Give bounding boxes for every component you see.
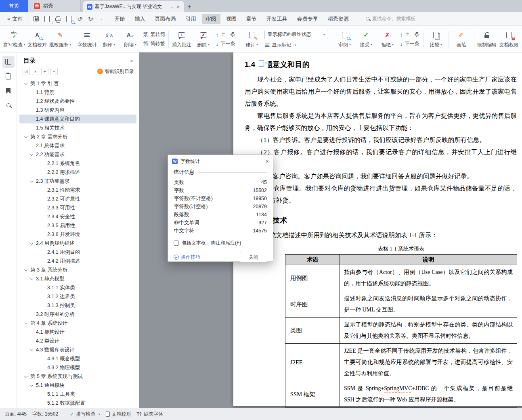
chevron-down-icon[interactable] <box>30 153 33 156</box>
toc-item[interactable]: 4.3.2 物理模型 <box>19 363 136 372</box>
include-textbox-checkbox[interactable]: 包括文本框、脚注和尾注(F) <box>174 240 267 247</box>
proofread-button[interactable]: A 文档校对 <box>27 27 48 51</box>
toc-item[interactable]: 2.3.1 性能需求 <box>19 186 136 194</box>
toc-item[interactable]: 2.3 非功能需求 <box>19 177 136 186</box>
toc-item[interactable]: 4.3 数据库表设计 <box>19 345 136 354</box>
page-tools-button[interactable]: ▾ <box>257 59 268 68</box>
compare-button[interactable]: 比较▾ <box>426 27 447 51</box>
toc-select-all-button[interactable]: ☑ <box>23 68 30 75</box>
docer-tab[interactable]: 禾 稻壳 <box>28 0 81 12</box>
tab-close-icon[interactable]: × <box>176 4 180 10</box>
toc-item[interactable]: 2.3.3 可用性 <box>19 203 136 212</box>
toc-item[interactable]: 1.5 相关技术 <box>19 123 136 132</box>
toc-item[interactable]: 3.1.2 边界类 <box>19 292 136 301</box>
menu-tab-插入[interactable]: 插入 <box>131 14 149 24</box>
chevron-down-icon[interactable] <box>24 374 27 378</box>
toc-item[interactable]: 2.1 总体需求 <box>19 141 136 150</box>
word-count-button[interactable]: 字数统计 <box>76 27 98 51</box>
menu-tab-页面布局[interactable]: 页面布局 <box>151 14 180 24</box>
toc-item[interactable]: 4.3.1 概念模型 <box>19 354 136 363</box>
track-changes-button[interactable]: ✎ 修订▾ <box>241 27 262 51</box>
show-markup-button[interactable]: 显示标记▾ <box>264 42 328 48</box>
brush-button[interactable]: ✐ 画笔 <box>451 27 472 51</box>
chevron-down-icon[interactable] <box>24 321 27 324</box>
menu-tab-视图[interactable]: 视图 <box>222 14 241 24</box>
menu-tab-开发工具[interactable]: 开发工具 <box>262 14 291 24</box>
toc-item[interactable]: 5.1 通用模块 <box>19 381 136 390</box>
export-button[interactable]: ↓ <box>42 14 52 24</box>
accept-button[interactable]: ✓ 接受▾ <box>356 27 377 51</box>
toc-item[interactable]: 3.2 时序图的分析 <box>19 310 136 319</box>
restrict-edit-button[interactable]: 限制编辑 <box>476 27 498 51</box>
toc-item[interactable]: 2.3.5 易用性 <box>19 221 136 230</box>
chevron-down-icon[interactable] <box>30 241 33 244</box>
file-menu-button[interactable]: ≡ 文件 <box>4 14 26 24</box>
document-tab[interactable]: W 基于JavaWE...与实现 毕业论文 ⌄ × <box>83 1 184 12</box>
toc-item[interactable]: 第 3 章 系统分析 <box>19 265 136 274</box>
nav-pane-button[interactable] <box>2 56 15 68</box>
toc-fold-button[interactable]: − <box>50 68 58 75</box>
toc-item[interactable]: 1.3 研究内容 <box>19 106 136 115</box>
review-button[interactable]: 审阅▾ <box>334 27 355 51</box>
chevron-down-icon[interactable] <box>30 277 33 280</box>
toc-item[interactable]: 2.2 功能需求 <box>19 150 136 159</box>
word-count-indicator[interactable]: 字数: 15502 <box>32 411 58 418</box>
undo-button[interactable]: ↺▾ <box>75 14 85 24</box>
toc-item[interactable]: 2.3.4 安全性 <box>19 212 136 221</box>
save-button[interactable] <box>31 14 41 24</box>
toc-item[interactable]: 第 1 章 引 言 <box>19 79 136 88</box>
command-search[interactable]: 查找命令、搜索模板 <box>363 14 419 24</box>
prev-change-button[interactable]: ↑上一条 <box>400 31 419 38</box>
customize-toolbar-button[interactable]: ⌄ <box>97 14 107 24</box>
chevron-down-icon[interactable] <box>24 81 27 85</box>
correction-service-button[interactable]: ✎ 批改服务▾ <box>48 27 72 51</box>
document-page[interactable]: 1.4 课题意义和目的 现今社会，家电已经成为了人们日常生活中不可或缺的一部分，… <box>233 52 522 406</box>
prev-comment-button[interactable]: ↑上一条 <box>216 31 235 38</box>
toc-item[interactable]: 第 2 章 需求分析 <box>19 132 136 141</box>
chevron-down-icon[interactable] <box>30 348 33 351</box>
toc-item[interactable]: 3.1 静态模型 <box>19 274 136 283</box>
toc-item[interactable]: 2.4.1 用例目的 <box>19 248 136 257</box>
missing-font-button[interactable]: T? 缺失字体 <box>137 411 163 418</box>
reject-button[interactable]: ✗ 拒绝▾ <box>377 27 398 51</box>
translate-button[interactable]: 文A 翻译▾ <box>98 27 119 51</box>
spellcheck-button[interactable]: abc✓ 拼写检查▾ <box>2 27 26 51</box>
markup-state-select[interactable]: 显示标记的最终状态▾ <box>264 30 328 39</box>
delete-comment-button[interactable]: ✗ 删除▾ <box>193 27 214 51</box>
chevron-down-icon[interactable] <box>24 135 27 138</box>
toc-item[interactable]: 5.1.1 工具类 <box>19 390 136 399</box>
toc-item[interactable]: 5.1.2 数据源配置 <box>19 399 136 407</box>
toc-collapse-button[interactable]: ∧ <box>32 68 39 75</box>
toc-item[interactable]: 1.1 背景 <box>19 88 136 97</box>
dialog-titlebar[interactable]: W 字数统计 × <box>168 155 273 168</box>
toc-item[interactable]: 1.2 现状及必要性 <box>19 97 136 106</box>
read-aloud-button[interactable]: A» 朗读▾ <box>119 27 140 51</box>
toc-item[interactable]: 2.4.2 用例描述 <box>19 257 136 265</box>
chevron-down-icon[interactable] <box>30 383 33 387</box>
check-panel-button[interactable] <box>2 70 15 82</box>
home-button[interactable]: 首页 <box>0 0 28 12</box>
menu-tab-会员专享[interactable]: 会员专享 <box>293 14 322 24</box>
next-change-button[interactable]: ↓下一条 <box>400 40 419 47</box>
menu-tab-章节[interactable]: 章节 <box>242 14 261 24</box>
toc-item[interactable]: 2.2.1 系统角色 <box>19 159 136 168</box>
menu-tab-稻壳资源[interactable]: 稻壳资源 <box>324 14 353 24</box>
next-comment-button[interactable]: ↓下一条 <box>216 40 235 47</box>
tips-link[interactable]: ▶ 操作技巧 <box>174 254 200 261</box>
toc-item[interactable]: 2.4 用例规约描述 <box>19 239 136 248</box>
toc-item[interactable]: 3.1.1 实体类 <box>19 283 136 292</box>
toc-item[interactable]: 3.1.3 控制类 <box>19 301 136 310</box>
insert-comment-button[interactable]: + 插入批注 <box>171 27 192 51</box>
print-button[interactable] <box>53 14 63 24</box>
tab-menu-icon[interactable]: ⌄ <box>171 5 174 8</box>
spellcheck-status-button[interactable]: ✓ 拼写检查 ▾ <box>70 411 100 418</box>
smart-toc-button[interactable]: ✓ 智能识别目录 <box>97 68 134 75</box>
menu-tab-审阅[interactable]: 审阅 <box>202 14 220 24</box>
print-preview-button[interactable] <box>64 14 74 24</box>
page-indicator[interactable]: 页面: 4/45 <box>5 411 27 418</box>
close-button[interactable]: 关闭 <box>240 252 267 262</box>
menu-tab-引用[interactable]: 引用 <box>182 14 200 24</box>
toc-item[interactable]: 1.4 课题意义和目的 <box>19 115 136 123</box>
new-tab-button[interactable]: + <box>184 1 195 12</box>
menu-tab-开始[interactable]: 开始 <box>111 14 129 24</box>
